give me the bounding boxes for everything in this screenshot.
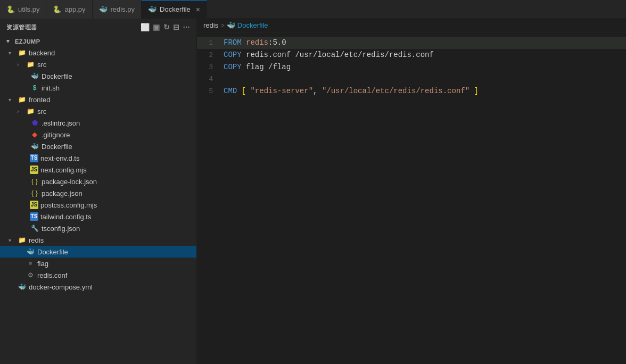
- sidebar-title: 资源管理器: [6, 23, 37, 31]
- line-number-1: 1: [197, 37, 224, 49]
- flag-label: flag: [37, 260, 48, 268]
- line-number-4: 4: [197, 73, 224, 85]
- breadcrumb-docker-icon: 🐳: [227, 21, 235, 29]
- line-number-5: 5: [197, 86, 224, 97]
- sidebar-item-postcss[interactable]: JS postcss.config.mjs: [0, 199, 196, 211]
- tab-redis-py[interactable]: 🐳 redis.py: [93, 0, 142, 19]
- postcss-label: postcss.config.mjs: [40, 201, 97, 209]
- ts-icon: TS: [30, 154, 38, 162]
- folder-icon: 📁: [17, 95, 27, 104]
- breadcrumb: redis > 🐳 Dockerfile: [197, 19, 626, 32]
- sidebar-item-redis[interactable]: ▾ 📁 redis: [0, 234, 196, 246]
- sidebar: 资源管理器 ⬜ ▣ ↻ ⊟ ··· ▾ EZJUMP ▾ 📁 backend ›…: [0, 19, 197, 364]
- sidebar-item-fronted[interactable]: ▾ 📁 fronted: [0, 94, 196, 105]
- tab-utils-label: utils.py: [18, 5, 39, 13]
- sidebar-item-src-backend[interactable]: › 📁 src: [0, 59, 196, 70]
- tab-dockerfile[interactable]: 🐳 Dockerfile ×: [142, 0, 207, 19]
- docker-icon: 🐳: [30, 142, 39, 151]
- tab-dockerfile-label: Dockerfile: [160, 5, 191, 13]
- dockerfile-redis-label: Dockerfile: [37, 248, 68, 256]
- root-label: EZJUMP: [15, 38, 40, 45]
- docker-compose-label: docker-compose.yml: [29, 283, 93, 291]
- breadcrumb-file: 🐳 Dockerfile: [227, 21, 268, 29]
- line-number-2: 2: [197, 49, 224, 61]
- code-line-5: 5 CMD [ "redis-server", "/usr/local/etc/…: [197, 85, 626, 97]
- tab-utils[interactable]: 🐍 utils.py: [0, 0, 46, 19]
- sidebar-item-gitignore[interactable]: ◆ .gitignore: [0, 129, 196, 140]
- tab-redis-py-label: redis.py: [111, 5, 135, 13]
- root-folder[interactable]: ▾ EZJUMP: [0, 36, 196, 47]
- line-content-2: COPY redis.conf /usr/local/etc/redis/red…: [224, 49, 626, 61]
- src-fronted-arrow: ›: [17, 109, 26, 114]
- sidebar-header: 资源管理器 ⬜ ▣ ↻ ⊟ ···: [0, 19, 196, 36]
- sidebar-item-eslintrc[interactable]: ⬟ .eslintrc.json: [0, 117, 196, 129]
- backend-label: backend: [29, 49, 55, 57]
- sidebar-item-redis-conf[interactable]: ⚙ redis.conf: [0, 269, 196, 281]
- flag-icon: ≡: [26, 259, 35, 268]
- main-layout: 资源管理器 ⬜ ▣ ↻ ⊟ ··· ▾ EZJUMP ▾ 📁 backend ›…: [0, 19, 626, 364]
- sidebar-item-docker-compose[interactable]: 🐳 docker-compose.yml: [0, 281, 196, 293]
- tsconfig-icon: 🔧: [30, 224, 39, 233]
- new-file-icon[interactable]: ⬜: [141, 23, 150, 31]
- sidebar-item-init-sh[interactable]: $ init.sh: [0, 82, 196, 94]
- tailwind-label: tailwind.config.ts: [40, 213, 91, 221]
- ts-icon: TS: [30, 212, 38, 221]
- sidebar-item-backend[interactable]: ▾ 📁 backend: [0, 47, 196, 59]
- sidebar-item-src-fronted[interactable]: › 📁 src: [0, 105, 196, 117]
- src-backend-label: src: [37, 61, 46, 69]
- sidebar-item-next-env[interactable]: TS next-env.d.ts: [0, 152, 196, 164]
- redis-label: redis: [29, 236, 44, 244]
- dockerfile-backend-label: Dockerfile: [42, 72, 72, 80]
- collapse-icon[interactable]: ⊟: [173, 23, 180, 31]
- sidebar-item-tsconfig[interactable]: 🔧 tsconfig.json: [0, 222, 196, 234]
- sidebar-item-tailwind[interactable]: TS tailwind.config.ts: [0, 211, 196, 222]
- gitignore-label: .gitignore: [42, 131, 70, 139]
- breadcrumb-path: redis: [203, 21, 218, 29]
- eslint-icon: ⬟: [30, 119, 39, 127]
- shell-icon: $: [30, 84, 39, 92]
- sidebar-item-dockerfile-fronted[interactable]: 🐳 Dockerfile: [0, 140, 196, 152]
- close-dockerfile-button[interactable]: ×: [196, 5, 200, 14]
- sidebar-item-flag[interactable]: ≡ flag: [0, 258, 196, 269]
- next-config-label: next.config.mjs: [40, 166, 87, 174]
- dockerfile-icon: 🐳: [148, 5, 156, 13]
- code-line-3: 3 COPY flag /flag: [197, 61, 626, 73]
- new-folder-icon[interactable]: ▣: [153, 23, 160, 31]
- js-icon: JS: [30, 201, 38, 209]
- folder-icon: 📁: [17, 48, 27, 57]
- redis-py-icon: 🐳: [99, 5, 108, 13]
- js-icon: JS: [30, 166, 38, 174]
- json-icon: { }: [30, 189, 39, 197]
- sidebar-item-package-json[interactable]: { } package.json: [0, 187, 196, 199]
- sidebar-item-dockerfile-backend[interactable]: 🐳 Dockerfile: [0, 70, 196, 82]
- init-sh-label: init.sh: [42, 84, 60, 92]
- code-line-2: 2 COPY redis.conf /usr/local/etc/redis/r…: [197, 49, 626, 61]
- package-json-label: package.json: [42, 189, 83, 197]
- root-arrow: ▾: [6, 38, 15, 45]
- gear-icon: ⚙: [26, 271, 35, 279]
- backend-arrow: ▾: [9, 50, 17, 56]
- sidebar-item-package-lock[interactable]: { } package-lock.json: [0, 176, 196, 187]
- refresh-icon[interactable]: ↻: [163, 23, 170, 31]
- tsconfig-label: tsconfig.json: [42, 225, 80, 233]
- sidebar-item-dockerfile-redis[interactable]: 🐳 Dockerfile: [0, 246, 196, 258]
- editor-area: redis > 🐳 Dockerfile 1 FROM redis:5.0 2 …: [197, 19, 626, 364]
- dockerfile-fronted-label: Dockerfile: [42, 143, 72, 151]
- code-editor[interactable]: 1 FROM redis:5.0 2 COPY redis.conf /usr/…: [197, 32, 626, 364]
- sidebar-item-next-config[interactable]: JS next.config.mjs: [0, 164, 196, 176]
- tab-app[interactable]: 🐍 app.py: [46, 0, 92, 19]
- docker-icon: 🐳: [30, 72, 39, 80]
- sidebar-actions: ⬜ ▣ ↻ ⊟ ···: [141, 23, 190, 31]
- docker-icon: 🐳: [17, 283, 27, 291]
- more-icon[interactable]: ···: [183, 23, 190, 31]
- breadcrumb-filename: Dockerfile: [237, 21, 268, 29]
- code-line-4: 4: [197, 73, 626, 85]
- line-content-3: COPY flag /flag: [224, 61, 626, 73]
- line-content-1: FROM redis:5.0: [224, 37, 626, 48]
- redis-conf-label: redis.conf: [37, 271, 67, 279]
- line-number-3: 3: [197, 62, 224, 73]
- code-line-1: 1 FROM redis:5.0: [197, 37, 626, 49]
- fronted-arrow: ▾: [9, 97, 17, 103]
- tab-bar: 🐍 utils.py 🐍 app.py 🐳 redis.py 🐳 Dockerf…: [0, 0, 626, 19]
- json-icon: { }: [30, 177, 39, 186]
